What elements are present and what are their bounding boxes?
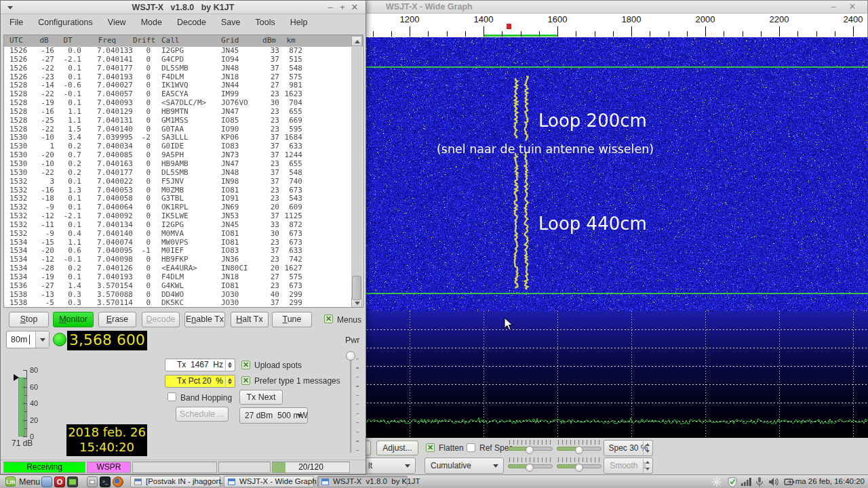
menu-item-view[interactable]: View (100, 18, 134, 27)
cell-grid: IN98 (221, 178, 259, 186)
network-signal-icon[interactable] (741, 476, 751, 487)
menu-item-mode[interactable]: Mode (134, 18, 170, 27)
band-activity-table: UTCdBDTFreqDriftCallGriddBmkm 1526-160.0… (3, 35, 363, 308)
halt-tx-button[interactable]: Halt Tx (231, 312, 269, 327)
tx-freq-spinbox[interactable]: Tx 1467 Hz (165, 359, 235, 371)
minimize-icon[interactable]: – (325, 2, 336, 13)
flatten-checkbox[interactable] (426, 443, 435, 452)
scale-tick (465, 31, 466, 37)
menu-item-file[interactable]: File (2, 18, 31, 27)
volume-icon[interactable] (768, 476, 779, 487)
table-body: 1526-160.07.0401330I2GPGJN45338721526-27… (4, 47, 363, 308)
monitor-button[interactable]: Monitor (53, 312, 94, 327)
scale-tick (484, 26, 484, 37)
decode-row[interactable]: 1536-271.43.5701540G4KWLIO8123673 (4, 282, 363, 291)
menu-item-decode[interactable]: Decode (170, 18, 214, 27)
table-scrollbar[interactable] (351, 36, 362, 308)
band-hopping-checkbox[interactable] (167, 392, 176, 401)
tx-next-button[interactable]: Tx Next (239, 390, 283, 405)
cell-gap (151, 239, 161, 247)
prefer-type1-checkbox[interactable] (241, 376, 250, 385)
microphone-icon[interactable] (754, 476, 765, 487)
taskbar-task-wsjtx[interactable]: WSJT-X v1.8.0 by K1JT (317, 476, 408, 487)
enable-tx-button[interactable]: Enable Tx (184, 312, 225, 327)
decode-button[interactable]: Decode (142, 312, 180, 327)
minimize-icon[interactable]: – (827, 1, 840, 12)
status-mode: WSPR (87, 462, 131, 473)
tune-button[interactable]: Tune (272, 312, 312, 327)
start-menu-button[interactable]: Lm Menu (1, 476, 39, 488)
spec-percent-spinbox[interactable]: Spec 30 % (604, 440, 653, 456)
decode-row[interactable]: 1526-220.17.0401770DL5SMBJN4837548 (4, 64, 363, 73)
opera-icon[interactable]: O (54, 476, 65, 487)
stop-button[interactable]: Stop (9, 312, 49, 327)
palette-combo-fragment[interactable]: lt (363, 458, 416, 474)
cell-call: <EA4URA> (161, 264, 221, 273)
taskbar-task-postvak[interactable]: [Postvak IN - jhaggort... (130, 476, 220, 487)
decode-row[interactable]: 1538-50.33.5701140DK5KCJO3037299 (4, 299, 363, 308)
mail-client-icon[interactable] (41, 476, 52, 487)
pwr-slider[interactable] (343, 350, 361, 455)
tx-power-combo[interactable]: 27 dBm 500 mW (239, 407, 308, 424)
menus-checkbox[interactable] (324, 314, 333, 323)
cell-db: -28 (34, 264, 54, 273)
menu-item-tools[interactable]: Tools (248, 18, 283, 27)
upload-spots-checkbox[interactable] (241, 361, 250, 369)
decode-row[interactable]: 1534-190.17.0401930F4DLMJN1827575 (4, 273, 363, 282)
scrollbar-thumb[interactable] (352, 276, 361, 300)
scroll-up-icon[interactable] (351, 36, 362, 46)
spectrum-mode-combo[interactable]: Cumulative (425, 458, 504, 474)
cell-gap (151, 134, 161, 142)
menu-item-help[interactable]: Help (283, 18, 315, 27)
scale-tick (669, 31, 669, 37)
waterfall-zero-slider[interactable] (557, 440, 601, 455)
decode-row[interactable]: 1530-220.27.0401770DL5SMBJN4837548 (4, 169, 363, 178)
waterfall-display[interactable]: Loop 200cm (snel naar de tuin antenne wi… (363, 37, 868, 311)
decode-row[interactable]: 1526-27-2.17.0401410G4CPDIO9437515 (4, 56, 363, 64)
spectrum-gain-slider[interactable] (508, 458, 553, 472)
chevron-down-icon[interactable] (35, 331, 49, 348)
adjust-button[interactable]: Adjust... (376, 441, 418, 455)
decode-row[interactable]: 1534-280.27.0401260<EA4URA>IN80CI201627 (4, 264, 363, 273)
maximize-icon[interactable]: + (337, 2, 348, 13)
battery-icon[interactable] (784, 476, 795, 487)
decode-row[interactable]: 1528-161.17.0401290HB9MTNJN4723655 (4, 108, 363, 117)
waterfall-canvas[interactable] (363, 37, 868, 311)
decode-row[interactable]: 1528-251.17.0401310GM1MSSIO8523669 (4, 117, 363, 125)
main-titlebar[interactable]: WSJT-X v1.8.0 by K1JT – + ✕ (1, 1, 366, 14)
cell-gap (151, 273, 161, 282)
schedule-button[interactable]: Schedule ... (176, 407, 229, 422)
tx-pct-spinbox[interactable]: Tx Pct 20 % (165, 375, 235, 388)
ref-spec-checkbox[interactable] (467, 443, 475, 452)
cell-db: -25 (34, 117, 54, 125)
close-icon[interactable]: ✕ (846, 1, 859, 12)
terminal-icon[interactable]: >_ (100, 476, 111, 487)
decode-row[interactable]: 1532-90.47.0401400M0MVAIO8130673 (4, 230, 363, 239)
decode-row[interactable]: 1526-160.07.0401330I2GPGJN4533872 (4, 47, 363, 56)
decode-row[interactable]: 1532-12-2.17.0400920IK5LWEJN53371125 (4, 212, 363, 221)
updates-icon[interactable] (711, 476, 722, 487)
smooth-spinbox[interactable]: Smooth 1 (604, 458, 653, 474)
show-desktop-icon[interactable] (87, 476, 98, 487)
cell-km: 548 (279, 169, 302, 178)
slider-handle[interactable] (346, 351, 355, 361)
shield-check-icon[interactable] (727, 476, 738, 487)
spectrum-display[interactable] (363, 311, 868, 438)
decode-row[interactable]: 1530-100.27.0401630HB9AMBJN4723655 (4, 160, 363, 169)
decode-row[interactable]: 153230.17.0400220F5JNVIN9837740 (4, 178, 363, 186)
screen-tool-icon[interactable] (67, 476, 78, 487)
menu-item-configurations[interactable]: Configurations (31, 18, 100, 27)
erase-button[interactable]: Erase (98, 312, 136, 327)
menu-item-save[interactable]: Save (214, 18, 248, 27)
taskbar-task-wide-graph[interactable]: WSJT-X - Wide Graph (224, 476, 314, 487)
decode-row[interactable]: 1528-190.17.0400930<SA7DLC/M>JO76VO30704 (4, 99, 363, 108)
band-select-combo[interactable]: 80m (6, 331, 50, 348)
decode-row[interactable]: 1532-110.17.0401340I2GPGJN4533872 (4, 221, 363, 230)
spectrum-zero-slider[interactable] (557, 458, 601, 472)
waterfall-gain-slider[interactable] (508, 440, 553, 455)
scale-label: 1600 (548, 14, 568, 24)
firefox-icon[interactable] (113, 476, 123, 487)
close-icon[interactable]: ✕ (349, 2, 360, 13)
wide-graph-titlebar[interactable]: WSJT-X - Wide Graph – ✕ (363, 1, 867, 14)
slider-track[interactable] (350, 354, 352, 453)
